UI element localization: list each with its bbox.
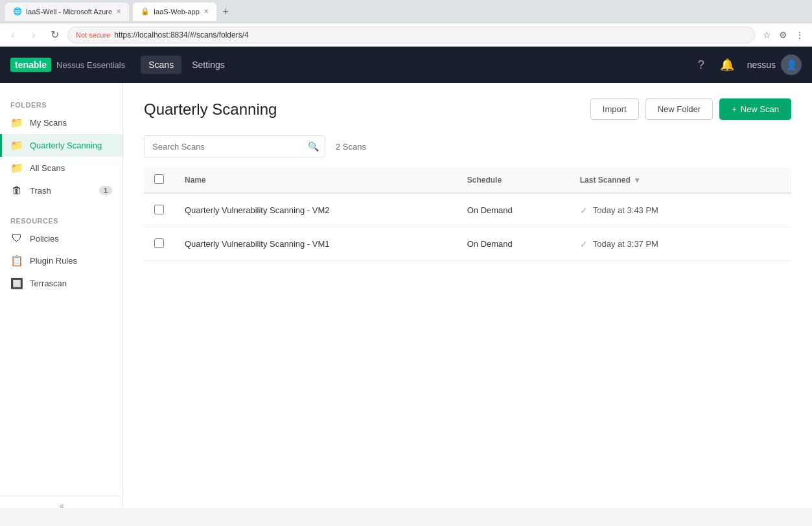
row1-checkbox-cell [144,193,174,227]
row2-run-button[interactable]: ▶ [749,236,762,251]
user-avatar: 👤 [781,54,802,75]
page-title: Quarterly Scanning [144,100,277,119]
table-row: Quarterly Vulnerability Scanning - VM2 O… [144,193,791,227]
address-url: https://localhost:8834/#/scans/folders/4 [114,30,248,40]
content-header: Quarterly Scanning Import New Folder + N… [144,98,791,120]
sidebar-label-terrascan: Terrascan [30,279,67,288]
sort-icon: ▾ [635,176,639,185]
row2-checkbox[interactable] [154,238,164,248]
browser-tab-2[interactable]: 🔒 IaaS-Web-app ✕ [133,3,216,21]
row1-delete-button[interactable]: ✕ [767,203,781,218]
top-navbar: tenable Nessus Essentials Scans Settings… [0,47,812,83]
select-all-checkbox[interactable] [154,174,164,184]
brand: tenable Nessus Essentials [10,58,125,72]
back-button[interactable]: ‹ [5,27,21,43]
sidebar-label-policies: Policies [30,234,59,244]
th-last-scanned[interactable]: Last Scanned ▾ [570,168,739,193]
policies-icon: 🛡 [10,233,23,244]
plus-icon: + [732,104,737,114]
sidebar-item-policies[interactable]: 🛡 Policies [0,227,122,249]
sidebar-item-trash[interactable]: 🗑 Trash 1 [0,179,122,201]
reload-button[interactable]: ↻ [47,27,62,43]
address-bar[interactable]: Not secure https://localhost:8834/#/scan… [67,27,755,43]
folder-icon-all-scans: 📁 [10,162,23,174]
th-schedule: Schedule [457,168,570,193]
browser-tab-1[interactable]: 🌐 IaaS-Well - Microsoft Azure ✕ [5,3,129,21]
row2-name[interactable]: Quarterly Vulnerability Scanning - VM1 [174,227,457,261]
row1-last-scanned: ✓ Today at 3:43 PM [570,193,739,227]
sidebar: FOLDERS 📁 My Scans 📁 Quarterly Scanning … [0,83,123,508]
th-name: Name [174,168,457,193]
sidebar-label-plugin-rules: Plugin Rules [30,256,77,266]
header-actions: Import New Folder + New Scan [590,98,791,120]
table-header-row: Name Schedule Last Scanned ▾ [144,168,791,193]
brand-logo: tenable [10,58,51,72]
collapse-icon: « [60,501,64,508]
new-scan-label: New Scan [741,104,779,114]
sidebar-item-plugin-rules[interactable]: 📋 Plugin Rules [0,249,122,272]
trash-icon: 🗑 [10,185,23,196]
forward-button[interactable]: › [26,27,41,43]
folder-icon-my-scans: 📁 [10,117,23,129]
help-button[interactable]: ? [695,56,707,74]
sidebar-label-my-scans: My Scans [30,118,67,128]
sidebar-label-quarterly: Quarterly Scanning [30,141,102,150]
row2-last-scanned: ✓ Today at 3:37 PM [570,227,739,261]
plugin-rules-icon: 📋 [10,255,23,267]
extensions-button[interactable]: ⚙ [776,29,790,41]
new-scan-button[interactable]: + New Scan [719,98,791,120]
more-button[interactable]: ⋮ [793,29,807,41]
search-section: 🔍 2 Scans [144,135,791,157]
nav-link-scans[interactable]: Scans [141,56,181,74]
tab-close-2[interactable]: ✕ [203,8,209,15]
select-all-cell [144,168,174,193]
main-layout: FOLDERS 📁 My Scans 📁 Quarterly Scanning … [0,83,812,508]
folder-icon-quarterly: 📁 [10,139,23,152]
row2-actions-cell: ▶ ✕ [739,227,791,261]
not-secure-warning: Not secure [76,31,110,39]
table-row: Quarterly Vulnerability Scanning - VM1 O… [144,227,791,261]
row1-last-scanned-value: Today at 3:43 PM [593,205,658,215]
search-input[interactable] [144,135,325,157]
import-button[interactable]: Import [590,98,639,120]
row1-name[interactable]: Quarterly Vulnerability Scanning - VM2 [174,193,457,227]
sidebar-item-quarterly-scanning[interactable]: 📁 Quarterly Scanning [0,134,122,157]
new-folder-button[interactable]: New Folder [645,98,713,120]
app-wrapper: tenable Nessus Essentials Scans Settings… [0,47,812,508]
user-info[interactable]: nessus 👤 [747,54,802,75]
sidebar-collapse-button[interactable]: « [0,496,123,508]
sidebar-item-all-scans[interactable]: 📁 All Scans [0,157,122,179]
row1-check-icon: ✓ [580,205,588,216]
row1-schedule: On Demand [457,193,570,227]
nav-links: Scans Settings [141,56,233,74]
new-tab-button[interactable]: + [220,6,231,17]
search-wrapper: 🔍 [144,135,325,157]
notifications-button[interactable]: 🔔 [717,55,737,74]
username: nessus [747,60,776,70]
scan-count: 2 Scans [336,142,366,152]
browser-actions: ☆ ⚙ ⋮ [760,29,807,41]
row1-run-button[interactable]: ▶ [749,203,762,218]
top-navbar-right: ? 🔔 nessus 👤 [695,54,802,75]
brand-name: Nessus Essentials [56,60,125,70]
sidebar-item-my-scans[interactable]: 📁 My Scans [0,111,122,134]
sidebar-label-all-scans: All Scans [30,163,65,173]
row2-checkbox-cell [144,227,174,261]
sidebar-label-trash: Trash [30,186,51,196]
folders-section-label: FOLDERS [0,96,122,111]
row2-schedule: On Demand [457,227,570,261]
nav-link-settings[interactable]: Settings [184,56,233,74]
row1-checkbox[interactable] [154,205,164,214]
sidebar-item-terrascan[interactable]: 🔲 Terrascan [0,272,122,295]
browser-chrome: 🌐 IaaS-Well - Microsoft Azure ✕ 🔒 IaaS-W… [0,0,812,23]
bookmark-button[interactable]: ☆ [760,29,774,41]
trash-badge: 1 [99,186,112,195]
scans-table: Name Schedule Last Scanned ▾ [144,168,791,261]
tab-close-1[interactable]: ✕ [116,8,121,15]
resources-section-label: RESOURCES [0,212,122,227]
row1-actions-cell: ▶ ✕ [739,193,791,227]
th-actions [739,168,791,193]
content-area: Quarterly Scanning Import New Folder + N… [123,83,812,508]
row2-delete-button[interactable]: ✕ [767,236,781,251]
row2-check-icon: ✓ [580,239,588,249]
